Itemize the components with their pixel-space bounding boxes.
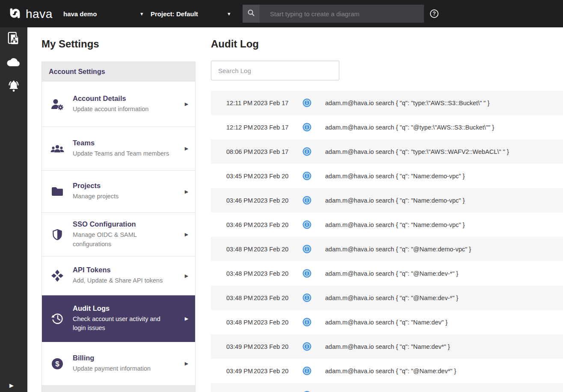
workspace-dropdown[interactable]: hava demo ▾ — [63, 0, 143, 27]
projects-folder-icon — [42, 186, 73, 197]
audit-log-row: 03:48 PM 2023 Feb 20 adam.m@hava.io sear… — [211, 237, 563, 261]
audit-log-row: 03:46 PM 2023 Feb 20 adam.m@hava.io sear… — [211, 188, 563, 212]
settings-item-account-details[interactable]: Account Details Update account informati… — [42, 82, 195, 127]
help-icon[interactable]: ? — [430, 9, 439, 18]
audit-log-row — [211, 383, 563, 392]
log-message: adam.m@hava.io search { "q": "Name:dev*"… — [325, 343, 563, 350]
audit-log-row: 12:11 PM 2023 Feb 17 adam.m@hava.io sear… — [211, 91, 563, 115]
sidebar-expand-arrow-icon[interactable]: ▶ — [9, 382, 14, 389]
svg-text:$: $ — [55, 360, 59, 368]
log-message: adam.m@hava.io search { "q": "Name:demo-… — [325, 197, 563, 204]
log-date: 2023 Feb 20 — [254, 295, 296, 301]
next-section-header-partial — [42, 386, 195, 392]
audit-log-row: 03:49 PM 2023 Feb 20 adam.m@hava.io sear… — [211, 334, 563, 359]
billing-dollar-icon: $ — [42, 357, 73, 370]
log-message: adam.m@hava.io search { "q": "type:\"AWS… — [325, 100, 563, 106]
info-icon[interactable] — [296, 293, 325, 302]
item-subtitle: Check account user activity and login is… — [73, 315, 175, 333]
audit-log-title: Audit Log — [211, 38, 259, 50]
info-icon[interactable] — [296, 147, 325, 156]
log-time: 03:48 PM — [211, 295, 254, 301]
bell-icon — [6, 80, 21, 95]
log-date: 2023 Feb 20 — [254, 246, 296, 253]
info-icon[interactable] — [296, 171, 325, 180]
chevron-right-icon: ▶ — [178, 361, 195, 366]
chevron-right-icon: ▶ — [178, 189, 195, 195]
diagrams-icon — [7, 31, 20, 48]
project-dropdown[interactable]: Project: Default ▾ — [151, 0, 230, 27]
sidebar-item-sources[interactable] — [0, 51, 27, 75]
log-message: adam.m@hava.io search { "q": "Name:dev" … — [325, 319, 563, 326]
info-icon[interactable] — [296, 98, 325, 107]
audit-log-search-input[interactable] — [211, 61, 339, 80]
sidebar-item-diagrams[interactable] — [0, 27, 27, 51]
log-message: adam.m@hava.io search { "q": "@Name:dev*… — [325, 368, 563, 374]
audit-log-row: 03:49 PM 2023 Feb 20 adam.m@hava.io sear… — [211, 359, 563, 383]
log-date: 2023 Feb 20 — [254, 197, 296, 204]
api-tokens-icon — [42, 269, 73, 283]
account-settings-header: Account Settings — [42, 62, 195, 82]
chevron-right-icon: ▶ — [178, 232, 195, 237]
info-icon[interactable] — [296, 318, 325, 327]
info-icon[interactable] — [296, 123, 325, 132]
item-subtitle: Update payment information — [73, 364, 175, 373]
log-time: 03:49 PM — [211, 343, 254, 350]
hava-app: hava hava demo ▾ Project: Default ▾ ? — [0, 0, 563, 392]
info-icon[interactable] — [296, 196, 325, 205]
log-date: 2023 Feb 20 — [254, 319, 296, 326]
item-subtitle: Manage OIDC & SAML configurations — [73, 230, 175, 248]
chevron-right-icon: ▶ — [178, 146, 195, 151]
account-details-icon — [42, 98, 73, 111]
settings-item-audit-logs[interactable]: Audit Logs Check account user activity a… — [42, 295, 195, 342]
log-date: 2023 Feb 20 — [254, 173, 296, 180]
log-message: adam.m@hava.io search { "q": "Name:demo-… — [325, 173, 563, 180]
log-time: 12:11 PM — [211, 100, 254, 106]
log-time: 03:48 PM — [211, 270, 254, 277]
item-subtitle: Update account information — [73, 105, 175, 114]
settings-item-projects[interactable]: Projects Manage projects ▶ — [42, 171, 195, 213]
item-title: Audit Logs — [73, 304, 175, 312]
sidebar-item-alerts[interactable] — [0, 75, 27, 99]
log-time: 03:49 PM — [211, 368, 254, 374]
cloud-icon — [6, 57, 21, 70]
item-title: Billing — [73, 354, 175, 362]
info-icon[interactable] — [296, 220, 325, 229]
log-time: 12:12 PM — [211, 124, 254, 131]
audit-log-row: 08:06 PM 2023 Feb 17 adam.m@hava.io sear… — [211, 139, 563, 164]
audit-log-row: 03:45 PM 2023 Feb 20 adam.m@hava.io sear… — [211, 164, 563, 188]
audit-log-row: 03:46 PM 2023 Feb 20 adam.m@hava.io sear… — [211, 212, 563, 237]
log-time: 03:45 PM — [211, 173, 254, 180]
settings-item-sso-configuration[interactable]: SSO Configuration Manage OIDC & SAML con… — [42, 213, 195, 256]
chevron-right-icon: ▶ — [178, 101, 195, 107]
log-date: 2023 Feb 17 — [254, 100, 296, 106]
chevron-down-icon: ▾ — [228, 11, 230, 17]
settings-item-teams[interactable]: Teams Update Teams and Team members ▶ — [42, 127, 195, 171]
teams-icon — [42, 143, 73, 154]
search-icon-button[interactable] — [243, 5, 260, 23]
settings-item-api-tokens[interactable]: API Tokens Add, Update & Share API token… — [42, 256, 195, 295]
hava-logo[interactable]: hava — [7, 5, 53, 23]
chevron-down-icon: ▾ — [140, 11, 143, 17]
info-icon[interactable] — [296, 245, 325, 253]
diagram-search-input[interactable] — [260, 5, 424, 23]
icon-sidebar: ▶ — [0, 27, 27, 392]
log-date: 2023 Feb 20 — [254, 270, 296, 277]
settings-page-title: My Settings — [41, 38, 99, 50]
audit-log-row: 03:48 PM 2023 Feb 20 adam.m@hava.io sear… — [211, 310, 563, 334]
log-time: 08:06 PM — [211, 148, 254, 155]
audit-log-row: 12:12 PM 2023 Feb 17 adam.m@hava.io sear… — [211, 115, 563, 139]
log-message: adam.m@hava.io search { "q": "@Name:dev-… — [325, 270, 563, 277]
settings-item-billing[interactable]: $ Billing Update payment information ▶ — [42, 342, 195, 386]
log-date: 2023 Feb 17 — [254, 124, 296, 131]
sso-shield-icon — [42, 228, 73, 242]
item-subtitle: Add, Update & Share API tokens — [73, 276, 175, 285]
info-icon[interactable] — [296, 342, 325, 351]
info-icon[interactable] — [296, 366, 325, 375]
info-icon[interactable] — [296, 269, 325, 278]
audit-history-icon — [42, 312, 73, 325]
log-date: 2023 Feb 20 — [254, 343, 296, 350]
chevron-right-icon: ▶ — [178, 273, 195, 279]
item-title: Teams — [73, 139, 175, 147]
item-title: SSO Configuration — [73, 220, 175, 228]
audit-log-row: 03:48 PM 2023 Feb 20 adam.m@hava.io sear… — [211, 261, 563, 286]
